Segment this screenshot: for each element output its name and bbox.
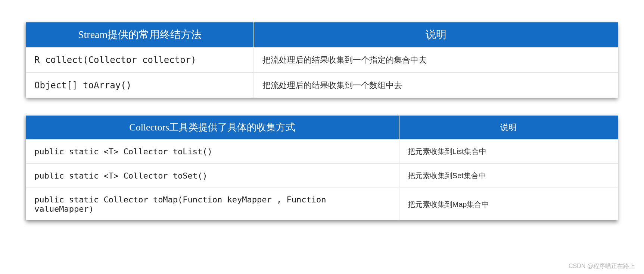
method-cell: public static <T> Collector toSet() [26,164,399,188]
method-cell: R collect(Collector collector) [26,47,254,73]
collectors-table: Collectors工具类提供了具体的收集方式 说明 public static… [26,116,618,220]
table-header-row: Stream提供的常用终结方法 说明 [26,22,618,47]
table-row: R collect(Collector collector) 把流处理后的结果收… [26,47,618,73]
table-row: Object[] toArray() 把流处理后的结果收集到一个数组中去 [26,73,618,98]
method-cell: public static <T> Collector toList() [26,139,399,164]
table-row: public static <T> Collector toList() 把元素… [26,139,618,164]
method-cell: Object[] toArray() [26,73,254,98]
method-code: Object[] toArray() [34,80,131,91]
desc-cell: 把元素收集到List集合中 [399,139,618,164]
desc-cell: 把元素收集到Set集合中 [399,164,618,188]
table-header-method: Collectors工具类提供了具体的收集方式 [26,116,399,139]
method-code: public static <T> Collector toList() [34,147,212,156]
desc-cell: 把元素收集到Map集合中 [399,188,618,220]
table-header-row: Collectors工具类提供了具体的收集方式 说明 [26,116,618,139]
method-code: R collect(Collector collector) [34,55,196,65]
method-code: public static Collector toMap(Function k… [34,195,326,214]
method-cell: public static Collector toMap(Function k… [26,188,399,220]
table-header-desc: 说明 [399,116,618,139]
collectors-table-container: Collectors工具类提供了具体的收集方式 说明 public static… [26,116,618,220]
stream-methods-table-container: Stream提供的常用终结方法 说明 R collect(Collector c… [26,22,618,98]
desc-cell: 把流处理后的结果收集到一个指定的集合中去 [254,47,618,73]
table-header-desc: 说明 [254,22,618,47]
table-row: public static Collector toMap(Function k… [26,188,618,220]
desc-cell: 把流处理后的结果收集到一个数组中去 [254,73,618,98]
table-row: public static <T> Collector toSet() 把元素收… [26,164,618,188]
method-code: public static <T> Collector toSet() [34,171,208,180]
stream-methods-table: Stream提供的常用终结方法 说明 R collect(Collector c… [26,22,618,98]
table-header-method: Stream提供的常用终结方法 [26,22,254,47]
